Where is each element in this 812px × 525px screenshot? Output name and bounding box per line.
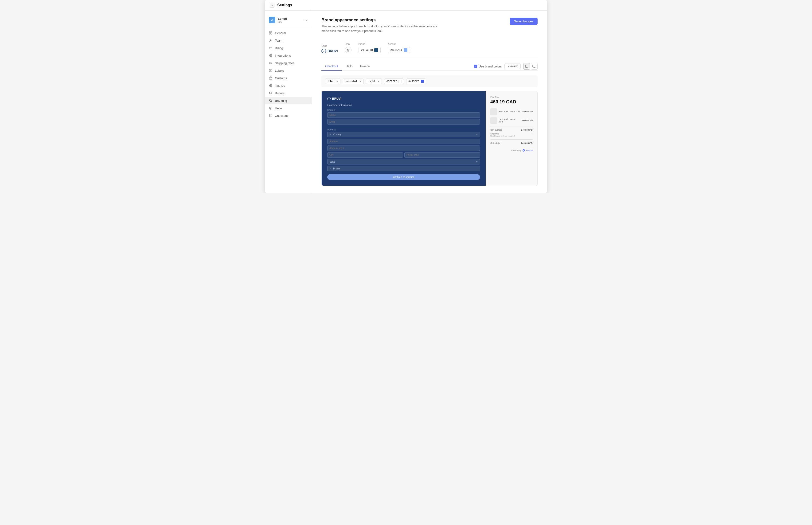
order-summary-preview: Pay Bruvi 460.19 CAD Best product ever s…	[486, 91, 537, 186]
avatar: Z	[269, 17, 275, 23]
accent-color-swatch[interactable]: #89B2FA	[388, 47, 410, 53]
flag-icon: 🏳	[330, 133, 332, 136]
sidebar-item-branding[interactable]: Branding	[265, 97, 312, 104]
address-input-preview	[327, 139, 480, 144]
tag-icon	[269, 99, 273, 103]
svg-rect-2	[269, 33, 271, 34]
sidebar-item-label: Customs	[275, 76, 287, 80]
product-name-2: Best product ever sold	[499, 118, 519, 123]
postal-input-preview	[404, 152, 480, 158]
mode-select[interactable]: Light	[366, 78, 382, 84]
accent-color-box	[421, 80, 424, 83]
tabs: Checkout Hello Invoice	[321, 62, 373, 71]
city-input-preview	[327, 152, 403, 158]
preview-button[interactable]: Preview	[504, 63, 521, 69]
account-switcher[interactable]: Z Zonos 909 ⌃⌄	[265, 14, 312, 27]
account-id: 909	[278, 20, 301, 23]
font-select[interactable]: Inter	[325, 78, 340, 84]
sidebar-item-label: Integrations	[275, 54, 291, 57]
cart-subtotal-line: Cart subtotal 249.60 CAD	[490, 129, 533, 131]
brand-color-swatch[interactable]: #1E4D78	[358, 47, 381, 53]
sidebar-item-team[interactable]: Team	[265, 37, 312, 44]
svg-rect-9	[269, 62, 271, 64]
sidebar-item-label: Shipping rates	[275, 61, 294, 65]
account-name: Zonos	[278, 17, 301, 20]
sidebar-item-shipping-rates[interactable]: Shipping rates	[265, 59, 312, 67]
svg-point-18	[270, 100, 270, 100]
brand-label: Brand	[358, 43, 381, 45]
tab-hello[interactable]: Hello	[342, 62, 356, 71]
bg-color-input[interactable]: #FFFFFF	[384, 78, 404, 84]
sidebar-item-general[interactable]: General	[265, 29, 312, 37]
phone-flag-icon: 🏳	[330, 167, 332, 170]
country-value: Country	[333, 133, 341, 136]
page-title: Settings	[277, 3, 292, 7]
sidebar-item-labels[interactable]: Labels	[265, 67, 312, 74]
order-item-1: Best product ever sold 49.60 CAD	[490, 108, 533, 115]
dropdown-arrow-icon: ▼	[476, 134, 478, 136]
svg-rect-25	[533, 65, 536, 67]
accent-color-value: #445EEE	[408, 80, 419, 83]
sidebar-item-label: Branding	[275, 99, 287, 103]
tab-actions: ✓ Use brand colors Preview	[474, 63, 538, 70]
name-input-preview[interactable]	[327, 112, 480, 118]
checkout-logo: BRUVI	[327, 97, 480, 100]
link-icon	[269, 54, 273, 57]
product-image-1	[490, 108, 497, 115]
sidebar-item-label: Labels	[275, 69, 284, 72]
customer-info-title: Customer information	[327, 104, 480, 106]
continue-shipping-button-preview: Continue to shipping	[327, 174, 480, 180]
order-total-label: Order total	[490, 142, 501, 144]
product-price-2: 200.00 CAD	[521, 119, 533, 122]
sidebar-item-customs[interactable]: Customs	[265, 74, 312, 82]
card-icon	[269, 46, 273, 50]
accent-color-box	[404, 48, 408, 52]
svg-rect-15	[269, 77, 272, 79]
bg-color-box	[398, 80, 402, 83]
accent-color-input[interactable]: #445EEE	[406, 78, 426, 84]
sidebar-item-buffers[interactable]: Buffers	[265, 89, 312, 97]
app-window: × Settings Z Zonos 909 ⌃⌄	[265, 0, 547, 193]
logo-label: Logo	[321, 44, 338, 47]
cart-subtotal-label: Cart subtotal	[490, 129, 502, 131]
tab-checkout[interactable]: Checkout	[321, 62, 342, 71]
accent-color-value: #89B2FA	[390, 48, 402, 52]
rounding-select[interactable]: Rounded	[343, 78, 364, 84]
powered-by-label: Powered by	[511, 149, 521, 152]
bg-color-value: #FFFFFF	[386, 80, 397, 83]
sidebar-item-hello[interactable]: Hello	[265, 104, 312, 112]
close-icon: ×	[271, 4, 273, 6]
user-icon	[269, 39, 273, 42]
title-bar: × Settings	[265, 0, 547, 11]
main-content: Brand appearance settings The settings b…	[312, 11, 547, 193]
mobile-view-button[interactable]	[523, 63, 530, 70]
device-toggle	[523, 63, 538, 70]
style-controls: Inter Rounded Light #FFFFFF #445EEE	[321, 75, 538, 87]
brand-colors-label: Use brand colors	[479, 65, 502, 68]
email-input-preview	[327, 119, 480, 124]
close-button[interactable]: ×	[270, 3, 274, 7]
country-input-preview: 🏳 Country ▼	[327, 132, 480, 137]
sidebar-item-integrations[interactable]: Integrations	[265, 52, 312, 59]
phone-input-preview: 🏳 Phone	[327, 166, 480, 171]
sidebar-item-tax-ids[interactable]: Tax IDs	[265, 82, 312, 89]
desktop-view-button[interactable]	[531, 63, 538, 70]
save-changes-button[interactable]: Save changes	[510, 18, 538, 25]
tab-invoice[interactable]: Invoice	[356, 62, 373, 71]
accent-label: Accent	[388, 43, 410, 45]
pay-brand-label: Pay Bruvi	[490, 96, 533, 98]
logo-circle-icon: ●	[321, 49, 326, 53]
grid-icon	[269, 31, 273, 35]
city-postal-row	[327, 152, 480, 159]
accent-color-field: Accent #89B2FA	[388, 43, 410, 53]
sidebar-item-billing[interactable]: Billing	[265, 44, 312, 52]
sidebar-item-label: Checkout	[275, 114, 288, 118]
svg-point-20	[270, 108, 271, 108]
bag-icon	[269, 76, 273, 80]
sidebar-item-checkout[interactable]: Checkout	[265, 112, 312, 119]
svg-point-19	[270, 107, 272, 109]
add-icon-button[interactable]: ⊕	[345, 47, 352, 53]
use-brand-colors-toggle[interactable]: ✓ Use brand colors	[474, 65, 502, 68]
layers-icon	[269, 91, 273, 95]
product-name-1: Best product ever sold	[499, 110, 520, 113]
